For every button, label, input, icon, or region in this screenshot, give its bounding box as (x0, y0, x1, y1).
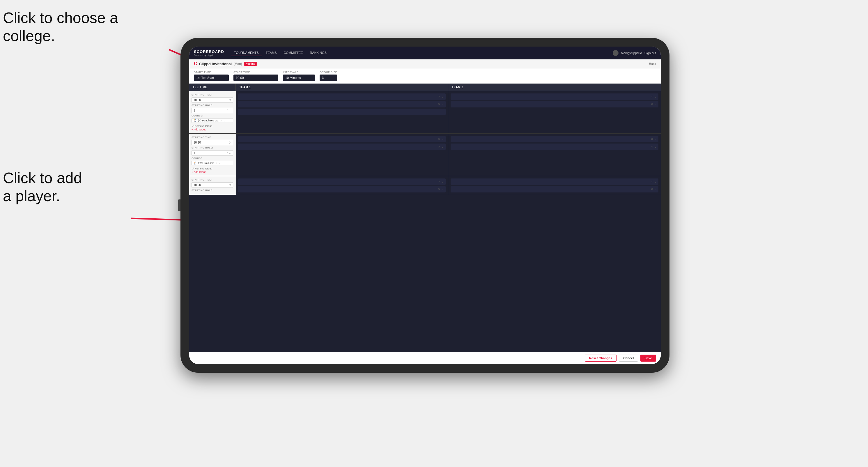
app-container: SCOREBOARD Powered by clippd TOURNAMENTS… (189, 46, 661, 364)
slot-x-icon[interactable]: ✕ (651, 188, 653, 191)
slot-expand-icon[interactable]: ⌄ (441, 180, 444, 183)
back-button[interactable]: Back (649, 62, 656, 65)
player-slot-2-2[interactable]: ✕ ⌄ (451, 101, 658, 107)
player-slot-3-2[interactable]: ✕ ⌄ (238, 144, 446, 150)
table-row: STARTING TIME: 10:20 ⏱ STARTING HOLE: ✕ … (189, 176, 661, 195)
slot-expand-icon[interactable]: ⌄ (441, 103, 444, 106)
course-expand-1[interactable]: ⌄ (223, 119, 225, 122)
player-slot-5-1[interactable]: ✕ ⌄ (238, 179, 446, 185)
table-body: STARTING TIME: 10:00 ⏱ STARTING HOLE: 1 … (189, 91, 661, 352)
app-footer: Reset Changes Cancel Save (189, 352, 661, 364)
start-type-label: Start Type (194, 71, 229, 74)
slot-x-icon[interactable]: ✕ (438, 145, 440, 148)
slot-x-icon[interactable]: ✕ (651, 145, 653, 148)
course-icon-1: 🏌 (193, 119, 197, 122)
course-tag-2[interactable]: 🏌 East Lake GC ✕ ⌄ (191, 161, 233, 165)
player-slot-4-1[interactable]: ✕ ⌄ (451, 136, 658, 143)
starting-hole-input-1[interactable]: 1 ⌃⌄ (191, 108, 233, 113)
player-slot-3-1[interactable]: ✕ ⌄ (238, 136, 446, 143)
nav-committee[interactable]: COMMITTEE (281, 50, 306, 56)
course-remove-2[interactable]: ✕ (215, 162, 217, 164)
hole-spinner-2: ⌃⌄ (226, 152, 231, 155)
tee-left-2: STARTING TIME: 10:10 ⏱ STARTING HOLE: 1 … (189, 134, 236, 176)
slot-x-icon[interactable]: ✕ (438, 188, 440, 191)
nav-tournaments[interactable]: TOURNAMENTS (231, 50, 262, 56)
intervals-label: Intervals (283, 71, 315, 74)
table-row: STARTING TIME: 10:00 ⏱ STARTING HOLE: 1 … (189, 91, 661, 134)
nav-teams[interactable]: TEAMS (263, 50, 280, 56)
start-time-input[interactable] (234, 74, 278, 81)
logo-area: SCOREBOARD Powered by clippd (194, 50, 224, 57)
group-size-label: Group Size (320, 71, 337, 74)
course-expand-2[interactable]: ⌄ (219, 162, 221, 164)
starting-time-input-3[interactable]: 10:20 ⏱ (191, 182, 233, 188)
slot-x-icon[interactable]: ✕ (651, 180, 653, 183)
player-slot-2-1[interactable]: ✕ ⌄ (451, 93, 658, 100)
slot-expand-icon[interactable]: ⌄ (441, 188, 444, 191)
slot-expand-icon[interactable]: ⌄ (654, 95, 657, 98)
slot-expand-icon[interactable]: ⌄ (654, 138, 657, 141)
player-slot-6-2[interactable]: ✕ ⌄ (451, 186, 658, 192)
team2-cell-2: ✕ ⌄ ✕ ⌄ (448, 134, 661, 176)
slot-x-icon[interactable]: ✕ (438, 180, 440, 183)
remove-group-2[interactable]: ↺ Remove Group (191, 167, 233, 170)
user-email: blair@clippd.io (621, 51, 642, 55)
player-slot-4-2[interactable]: ✕ ⌄ (451, 144, 658, 150)
starting-hole-input-2[interactable]: 1 ⌃⌄ (191, 150, 233, 156)
time-spinner-3: ⏱ (228, 184, 231, 187)
slot-expand-icon[interactable]: ⌄ (654, 145, 657, 148)
hole-spinner-1: ⌃⌄ (226, 109, 231, 112)
team1-cell-3: ✕ ⌄ ✕ ⌄ (236, 176, 448, 195)
remove-group-1[interactable]: ↺ Remove Group (191, 125, 233, 127)
form-group-start-time: Start Time (234, 71, 278, 81)
add-group-1[interactable]: + Add Group (191, 128, 233, 131)
starting-hole-label-2: STARTING HOLE: (191, 147, 233, 149)
intervals-select[interactable]: 10 Minutes (283, 74, 315, 81)
player-slot-1-3[interactable] (238, 108, 446, 115)
slot-expand-icon[interactable]: ⌄ (441, 95, 444, 98)
form-group-start-type: Start Type 1st Tee Start (194, 71, 229, 81)
team1-cell-1: ✕ ⌄ ✕ ⌄ (236, 91, 448, 133)
tablet-device: SCOREBOARD Powered by clippd TOURNAMENTS… (181, 38, 670, 373)
course-label-1: COURSE: (191, 115, 233, 117)
tournament-badge: C (194, 61, 197, 66)
course-label-2: COURSE: (191, 157, 233, 160)
slot-expand-icon[interactable]: ⌄ (654, 180, 657, 183)
course-tag-1[interactable]: 🏌 (A) Peachtree GC ✕ ⌄ (191, 118, 233, 123)
team1-cell-2: ✕ ⌄ ✕ ⌄ (236, 134, 448, 176)
slot-x-icon[interactable]: ✕ (438, 138, 440, 141)
slot-x-icon[interactable]: ✕ (438, 103, 440, 106)
sign-out-link[interactable]: Sign out (645, 51, 656, 55)
gender-label: (Men) (234, 62, 242, 65)
slot-x-icon[interactable]: ✕ (438, 95, 440, 98)
nav-links: TOURNAMENTS TEAMS COMMITTEE RANKINGS (231, 50, 613, 56)
table-row: STARTING TIME: 10:10 ⏱ STARTING HOLE: 1 … (189, 134, 661, 176)
team2-cell-1: ✕ ⌄ ✕ ⌄ (448, 91, 661, 133)
player-slot-5-2[interactable]: ✕ ⌄ (238, 186, 446, 192)
add-group-2[interactable]: + Add Group (191, 170, 233, 174)
course-remove-1[interactable]: ✕ (220, 119, 222, 122)
slot-expand-icon[interactable]: ⌄ (654, 188, 657, 191)
reset-changes-button[interactable]: Reset Changes (585, 354, 617, 362)
group-size-select[interactable]: 3 (320, 74, 337, 81)
header-right: blair@clippd.io Sign out (613, 50, 656, 56)
form-group-group-size: Group Size 3 (320, 71, 337, 81)
slot-x-icon[interactable]: ✕ (651, 95, 653, 98)
col-tee-time: Tee Time (189, 84, 236, 91)
form-row: Start Type 1st Tee Start Start Time Inte… (189, 68, 661, 84)
starting-time-label-2: STARTING TIME: (191, 136, 233, 138)
slot-x-icon[interactable]: ✕ (651, 103, 653, 106)
save-button[interactable]: Save (640, 354, 656, 362)
slot-x-icon[interactable]: ✕ (651, 138, 653, 141)
starting-time-input-2[interactable]: 10:10 ⏱ (191, 140, 233, 145)
player-slot-1-2[interactable]: ✕ ⌄ (238, 101, 446, 107)
slot-expand-icon[interactable]: ⌄ (654, 103, 657, 106)
start-type-select[interactable]: 1st Tee Start (194, 74, 229, 81)
slot-expand-icon[interactable]: ⌄ (441, 145, 444, 148)
cancel-button[interactable]: Cancel (619, 354, 638, 362)
player-slot-1-1[interactable]: ✕ ⌄ (238, 93, 446, 100)
nav-rankings[interactable]: RANKINGS (307, 50, 330, 56)
starting-time-input-1[interactable]: 10:00 ⏱ (191, 97, 233, 103)
player-slot-6-1[interactable]: ✕ ⌄ (451, 179, 658, 185)
slot-expand-icon[interactable]: ⌄ (441, 138, 444, 141)
